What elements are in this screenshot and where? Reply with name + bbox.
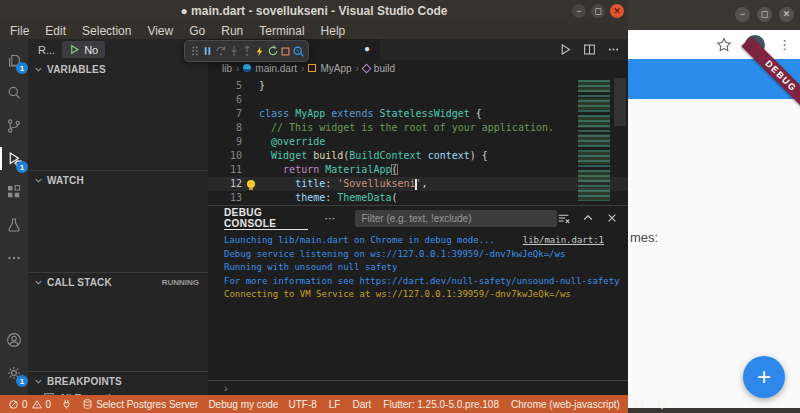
pause-icon[interactable]	[201, 42, 214, 60]
browser-menu-icon[interactable]: ⋮	[778, 40, 791, 50]
toolbar-grip-handle[interactable]	[188, 42, 201, 60]
watch-section-header[interactable]: WATCH	[28, 171, 208, 189]
menu-view[interactable]: View	[139, 24, 181, 38]
activitybar-run-debug[interactable]: 1	[0, 142, 28, 175]
open-devtools-icon[interactable]	[292, 42, 305, 60]
warning-icon	[31, 399, 43, 410]
vscode-maximize-button[interactable]: ◻	[591, 4, 605, 18]
encoding-indicator[interactable]: UTF-8	[288, 399, 316, 410]
step-into-icon[interactable]	[227, 42, 240, 60]
clear-console-icon[interactable]	[557, 212, 570, 225]
console-input-row[interactable]: ›	[208, 380, 628, 395]
panel-more-tabs-icon[interactable]: ⋯	[324, 212, 335, 225]
breadcrumb-file[interactable]: main.dart	[255, 63, 297, 74]
activitybar-settings-gear[interactable]: 1	[0, 356, 28, 389]
code-line-7[interactable]: 7class MyApp extends StatelessWidget {	[208, 107, 628, 121]
activitybar-explorer[interactable]: 1	[0, 43, 28, 76]
eol-indicator[interactable]: LF	[329, 399, 341, 410]
step-out-icon[interactable]	[240, 42, 253, 60]
notifications-bell-icon[interactable]	[656, 398, 668, 410]
language-mode-indicator[interactable]: Dart	[352, 399, 371, 410]
problems-indicator[interactable]: 0 0	[8, 399, 51, 410]
activitybar-more[interactable]	[0, 241, 28, 274]
call-stack-section-header[interactable]: CALL STACK RUNNING	[28, 273, 208, 291]
code-editor[interactable]: 5}67class MyApp extends StatelessWidget …	[208, 76, 628, 205]
vscode-minimize-button[interactable]: −	[572, 4, 586, 18]
code-line-11[interactable]: 11 return MaterialApp(	[208, 163, 628, 177]
menu-edit[interactable]: Edit	[37, 24, 74, 38]
menu-terminal[interactable]: Terminal	[251, 24, 312, 38]
stop-icon[interactable]	[279, 42, 292, 60]
split-editor-icon[interactable]	[583, 43, 596, 56]
token: :	[325, 178, 337, 189]
running-status-badge: RUNNING	[162, 278, 208, 287]
source-link[interactable]: lib/main.dart:1	[523, 234, 604, 248]
run-file-icon[interactable]	[559, 43, 572, 56]
menu-file[interactable]: File	[2, 24, 37, 38]
browser-maximize-button[interactable]: ◻	[757, 7, 772, 22]
hot-reload-bolt-icon[interactable]	[253, 42, 266, 60]
debug-config-button[interactable]: Debug my code	[208, 399, 278, 410]
breadcrumb-class[interactable]: MyApp	[320, 63, 351, 74]
code-line-10[interactable]: 10 Widget build(BuildContext context) {	[208, 149, 628, 163]
menu-go[interactable]: Go	[181, 24, 213, 38]
bookmark-star-icon[interactable]	[716, 37, 732, 53]
maximize-panel-icon[interactable]	[582, 212, 594, 224]
line-number[interactable]: 7	[208, 107, 242, 121]
activitybar-source-control[interactable]	[0, 109, 28, 142]
postgres-server-button[interactable]: Select Postgres Server	[82, 398, 198, 410]
code-line-13[interactable]: 13 theme: ThemeData(	[208, 191, 628, 205]
breadcrumb-method[interactable]: build	[374, 63, 395, 74]
line-number[interactable]: 12	[208, 177, 242, 191]
line-number[interactable]: 9	[208, 135, 242, 149]
activitybar-testing[interactable]	[0, 208, 28, 241]
console-filter-input[interactable]	[355, 210, 557, 227]
close-panel-icon[interactable]	[606, 212, 618, 224]
line-number[interactable]: 8	[208, 121, 242, 135]
debug-plug-indicator[interactable]	[61, 398, 72, 410]
breadcrumb-lib[interactable]: lib	[222, 63, 232, 74]
line-number[interactable]: 11	[208, 163, 242, 177]
debug-toolbar	[184, 40, 309, 62]
restart-icon[interactable]	[266, 42, 279, 60]
code-line-8[interactable]: 8 // This widget is the root of your app…	[208, 121, 628, 135]
menu-help[interactable]: Help	[313, 24, 354, 38]
menu-selection[interactable]: Selection	[74, 24, 139, 38]
console-text: Running with unsound null safety	[224, 262, 397, 272]
code-line-5[interactable]: 5}	[208, 79, 628, 93]
token: title	[295, 178, 325, 189]
line-number[interactable]: 10	[208, 149, 242, 163]
console-text: For more information see https://dart.de…	[224, 276, 620, 286]
step-over-icon[interactable]	[214, 42, 227, 60]
device-selector[interactable]: Chrome (web-javascript)	[511, 399, 620, 410]
launch-config-dropdown[interactable]: No	[62, 41, 105, 58]
breadcrumb[interactable]: lib › main.dart › MyApp › build	[208, 60, 628, 76]
activitybar-accounts[interactable]	[0, 323, 28, 356]
flutter-version-indicator[interactable]: Flutter: 1.25.0-5.0.pre.108	[383, 399, 499, 410]
line-number[interactable]: 13	[208, 191, 242, 205]
more-actions-icon[interactable]	[607, 43, 620, 56]
line-number[interactable]: 5	[208, 79, 242, 93]
line-number[interactable]: 6	[208, 93, 242, 107]
vscode-close-button[interactable]: ✕	[610, 4, 624, 18]
code-line-12[interactable]: 12 title: 'Sovellukseni',	[208, 177, 628, 191]
browser-minimize-button[interactable]: −	[735, 7, 750, 22]
activitybar-extensions[interactable]	[0, 175, 28, 208]
quick-fix-lightbulb-icon[interactable]	[247, 180, 255, 188]
variables-label: VARIABLES	[47, 64, 106, 75]
minimap-slider[interactable]	[614, 78, 626, 126]
console-line: Running with unsound null safety	[224, 261, 628, 275]
menu-run[interactable]: Run	[213, 24, 251, 38]
code-line-6[interactable]: 6	[208, 93, 628, 107]
tab-debug-console[interactable]: DEBUG CONSOLE	[224, 206, 308, 230]
code-line-9[interactable]: 9 @override	[208, 135, 628, 149]
feedback-icon[interactable]	[632, 398, 644, 410]
variables-section: VARIABLES	[28, 60, 208, 170]
breakpoints-section-header[interactable]: BREAKPOINTS	[28, 372, 208, 390]
minimap[interactable]	[578, 80, 610, 201]
activitybar-search[interactable]	[0, 76, 28, 109]
run-debug-sidebar: R... No VARIABLES WATCH	[28, 39, 208, 395]
variables-section-header[interactable]: VARIABLES	[28, 60, 208, 78]
flutter-fab-button[interactable]: +	[743, 356, 785, 398]
browser-close-button[interactable]: ✕	[779, 7, 794, 22]
